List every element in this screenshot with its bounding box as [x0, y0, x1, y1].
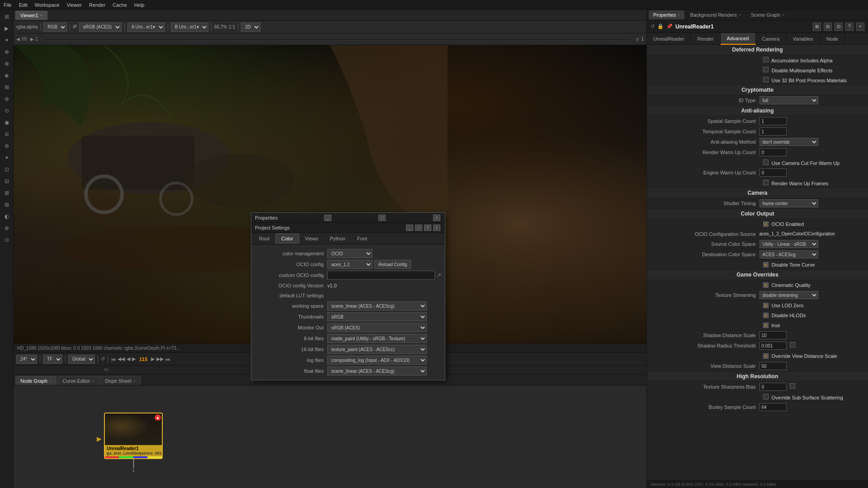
sub-tab-node[interactable]: Node — [820, 33, 845, 45]
menu-file[interactable]: File — [4, 2, 12, 8]
viewer-tab-1[interactable]: Viewer1 × — [15, 11, 47, 20]
node-unreal-reader-1[interactable]: ▶ ▲ UnrealReader1 ga_test_LevelSequence_… — [104, 413, 163, 459]
tab-curve-editor[interactable]: Curve Editor × — [57, 376, 99, 385]
thumbnails-select[interactable]: sRGB — [327, 312, 427, 321]
interp-select[interactable]: TF — [43, 355, 62, 364]
sidebar-icon-16[interactable]: ⊠ — [2, 188, 12, 198]
bg-renders-close[interactable]: × — [739, 13, 741, 17]
props-btn-3[interactable]: ⊡ — [835, 23, 843, 31]
props-btn-1[interactable]: ⊞ — [813, 23, 821, 31]
props-icon-pin[interactable]: 📌 — [666, 23, 673, 29]
properties-tab-close[interactable]: × — [678, 13, 680, 17]
input-a-select[interactable]: A Unr...er1▾ — [127, 23, 165, 32]
override-view-distance-checkbox[interactable] — [763, 353, 769, 359]
sidebar-icon-3[interactable]: ✦ — [2, 35, 12, 45]
accumulator-checkbox[interactable] — [763, 57, 769, 62]
props-icon-lock[interactable]: 🔒 — [657, 23, 664, 29]
float-files-select[interactable]: scene_linear (ACES - ACEScg) — [327, 366, 427, 375]
use-hq-shadows-checkbox[interactable] — [763, 323, 769, 328]
render-warmup-frames-checkbox[interactable] — [763, 180, 769, 185]
shadow-radius-checkbox[interactable] — [790, 342, 795, 347]
ocio-enabled-checkbox[interactable] — [763, 221, 769, 227]
ocio-config-select[interactable]: aces_1.2 — [327, 260, 373, 269]
sub-tab-variables[interactable]: Variables — [787, 33, 820, 45]
frame-slider[interactable] — [43, 38, 631, 40]
play-begin-icon[interactable]: ⏮ — [111, 357, 116, 362]
dope-sheet-close[interactable]: × — [133, 379, 136, 383]
menu-viewer[interactable]: Viewer — [67, 2, 82, 8]
ps-tab-python[interactable]: Python — [324, 234, 351, 244]
ps-tab-views[interactable]: Views — [299, 234, 324, 244]
float-min-btn[interactable]: _ — [324, 215, 331, 221]
sidebar-icon-1[interactable]: ⊞ — [2, 12, 12, 22]
color-management-select[interactable]: OCIO — [327, 249, 373, 258]
color-mode-select[interactable]: RGB — [43, 23, 67, 32]
ps-btn-close[interactable]: × — [433, 225, 440, 231]
sidebar-icon-20[interactable]: ⊙ — [2, 235, 12, 245]
sub-tab-camera[interactable]: Camera — [756, 33, 787, 45]
camera-cut-checkbox[interactable] — [763, 160, 769, 165]
scene-graph-close[interactable]: × — [782, 13, 784, 17]
frame-fwd-icon[interactable]: ▶ — [151, 356, 155, 362]
tab-bg-renders[interactable]: Background Renders × — [685, 10, 745, 19]
sidebar-icon-7[interactable]: ⊞ — [2, 82, 12, 92]
menu-edit[interactable]: Edit — [19, 2, 28, 8]
custom-ocio-input[interactable] — [327, 271, 435, 280]
disable-multisample-checkbox[interactable] — [763, 67, 769, 72]
props-btn-4[interactable]: ? — [845, 23, 854, 31]
play-button[interactable]: ▶ — [132, 356, 136, 362]
sidebar-icon-12[interactable]: ⊚ — [2, 141, 12, 151]
arrow-left-icon[interactable]: ◀ — [16, 37, 20, 42]
ps-btn-3[interactable]: ? — [424, 225, 431, 231]
ps-btn-2[interactable]: □ — [415, 225, 422, 231]
use-lod-zero-checkbox[interactable] — [763, 303, 769, 308]
sidebar-icon-4[interactable]: ⊕ — [2, 47, 12, 57]
sidebar-icon-2[interactable]: ▶ — [2, 23, 12, 33]
tab-properties[interactable]: Properties × — [649, 10, 684, 19]
ps-tab-root[interactable]: Root — [253, 234, 275, 244]
sidebar-icon-10[interactable]: ◉ — [2, 117, 12, 127]
render-warmup-input[interactable] — [760, 148, 787, 156]
tab-dope-sheet[interactable]: Dope Sheet × — [100, 376, 141, 385]
viewer-tab-close[interactable]: × — [40, 13, 42, 18]
ps-tab-font[interactable]: Font — [351, 234, 373, 244]
ps-tab-color[interactable]: Color — [275, 234, 299, 244]
props-icon-refresh[interactable]: ↺ — [651, 23, 655, 29]
texture-streaming-select[interactable]: disable streaming — [760, 291, 818, 299]
reload-config-btn[interactable]: Reload Config — [374, 260, 411, 269]
custom-ocio-icon[interactable]: ↗ — [437, 272, 441, 278]
tab-scene-graph[interactable]: Scene Graph × — [746, 10, 789, 19]
sidebar-icon-18[interactable]: ◐ — [2, 211, 12, 221]
sidebar-icon-13[interactable]: ✦ — [2, 153, 12, 163]
log-files-select[interactable]: compositing_log (Input - ADX - ADX10) — [327, 356, 427, 365]
float-close-btn[interactable]: × — [433, 215, 440, 221]
scope-select[interactable]: Global — [68, 355, 95, 364]
use32bit-checkbox[interactable] — [763, 77, 769, 82]
node-graph-close[interactable]: × — [49, 379, 52, 383]
input-b-select[interactable]: B Unr...er1▾ — [171, 23, 208, 32]
texture-sharpness-checkbox[interactable] — [790, 383, 795, 389]
props-btn-close[interactable]: × — [856, 23, 864, 31]
view-mode-select[interactable]: 2D — [241, 23, 260, 32]
sidebar-icon-5[interactable]: ⊗ — [2, 59, 12, 69]
texture-sharpness-input[interactable] — [760, 383, 787, 391]
spatial-sample-input[interactable] — [760, 117, 787, 125]
sidebar-icon-6[interactable]: ◈ — [2, 70, 12, 80]
color-profile-select[interactable]: sRGB (ACES) — [79, 23, 122, 32]
fps-select[interactable]: 24* — [16, 355, 37, 364]
menu-help[interactable]: Help — [134, 2, 145, 8]
8bit-select[interactable]: matte_paint (Utility - sRGB - Texture) — [327, 334, 427, 343]
16bit-select[interactable]: texture_paint (ACES - ACEScc) — [327, 345, 427, 354]
tab-node-graph[interactable]: Node Graph × — [15, 376, 57, 385]
sidebar-icon-8[interactable]: ⊛ — [2, 94, 12, 104]
sub-tab-advanced[interactable]: Advanced — [721, 33, 756, 45]
ps-btn-1[interactable]: _ — [406, 225, 413, 231]
shutter-timing-select[interactable]: frame center — [760, 199, 818, 207]
props-btn-2[interactable]: ⊟ — [824, 23, 832, 31]
skip-fwd-icon[interactable]: ▶▶ — [156, 356, 164, 362]
override-sub-surface-checkbox[interactable] — [763, 394, 769, 399]
shadow-radius-threshold-input[interactable] — [760, 342, 787, 350]
float-max-btn[interactable]: □ — [378, 215, 386, 221]
sub-tab-render[interactable]: Render — [691, 33, 720, 45]
sidebar-icon-17[interactable]: ⊞ — [2, 200, 12, 210]
